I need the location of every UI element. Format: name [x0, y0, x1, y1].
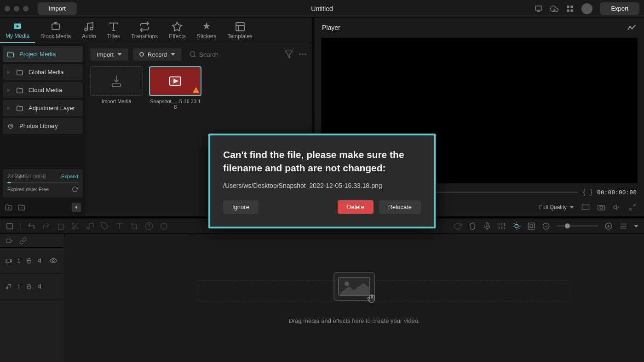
- file-missing-dialog: Can't find the file, please make sure th…: [208, 134, 436, 228]
- delete-button[interactable]: Delete: [338, 200, 374, 214]
- dialog-file-path: /Users/ws/Desktop/Snapshot_2022-12-05-16…: [223, 182, 421, 189]
- dialog-title: Can't find the file, please make sure th…: [223, 148, 421, 175]
- modal-overlay: Can't find the file, please make sure th…: [0, 0, 644, 362]
- ignore-button[interactable]: Ignore: [223, 200, 259, 214]
- relocate-button[interactable]: Relocate: [379, 200, 421, 214]
